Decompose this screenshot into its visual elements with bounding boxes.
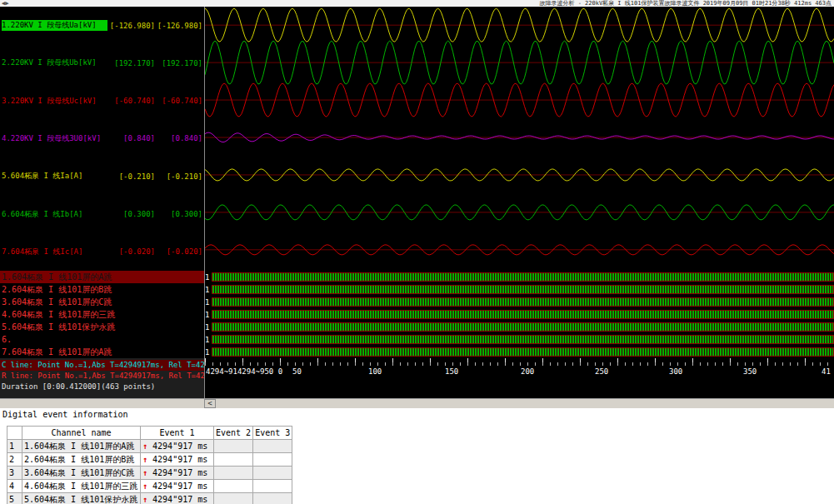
digital-channel-row[interactable]: 5.604柘泉 I 线101保护永跳 — [0, 321, 204, 333]
scroll-left-button[interactable]: < — [204, 399, 216, 408]
event-table-cell: 1.604柘泉 I 线101屏的A跳 — [22, 440, 141, 453]
digital-state-value: 1 — [205, 348, 212, 357]
digital-channel-row[interactable]: 1.604柘泉 I 线101屏的A跳 — [0, 271, 204, 283]
cursor-c-value: [0.300] — [107, 210, 155, 218]
event-table-cell: ↑ 4294"917 ms — [141, 467, 214, 480]
event-table-cell: 2.604柘泉 I 线101屏的B跳 — [22, 453, 141, 467]
event-table-cell — [253, 480, 292, 493]
digital-channel-row[interactable]: 6. — [0, 333, 204, 346]
digital-event-table: Channel nameEvent 1Event 2Event 311.604柘… — [7, 426, 292, 504]
event-time: 4294"917 ms — [147, 468, 207, 477]
analog-channel-label: 3.220KV I 段母线Uc[kV] — [2, 96, 107, 107]
event-table-header: Event 2 — [214, 427, 253, 440]
event-table-cell — [214, 493, 253, 504]
event-table-row[interactable]: 22.604柘泉 I 线101屏的B跳↑ 4294"917 ms — [7, 453, 292, 467]
analog-channel-row[interactable]: 1.220KV I 段母线Ua[kV][-126.980][-126.980] — [0, 7, 204, 44]
event-table-cell: 3 — [7, 467, 22, 480]
analog-channel-row[interactable]: 4.220KV I 段母线3U0[kV][0.840][0.840] — [0, 120, 204, 157]
time-axis[interactable]: 4294~914294~950 05010015020025030035041 — [204, 358, 834, 398]
cursor-c-status: C line: Point No.=1,Abs T=4294917ms, Rel… — [0, 360, 204, 371]
axis-tick-label: 50 — [292, 367, 302, 376]
window-title: 故障录波分析 - 220kV柘泉 I 线101保护装置故障录波文件 2019年0… — [8, 0, 834, 7]
analog-channel-row[interactable]: 3.220KV I 段母线Uc[kV][-60.740][-60.740] — [0, 82, 204, 120]
analog-channel-list: 1.220KV I 段母线Ua[kV][-126.980][-126.980]2… — [0, 7, 204, 271]
axis-tick-label: 250 — [595, 367, 608, 376]
cursor-r-value: [-0.210] — [155, 172, 202, 181]
analog-channel-row[interactable]: 2.220KV I 段母线Ub[kV][192.170][192.170] — [0, 44, 204, 82]
digital-state-bar — [212, 310, 834, 319]
event-table-cell — [214, 480, 253, 493]
axis-tick-label: 300 — [669, 367, 682, 376]
event-table-cell — [253, 440, 292, 453]
digital-state-bar — [212, 272, 834, 282]
duration-status: Duration [0:00.412000](463 points) — [0, 382, 204, 392]
axis-tick-label: 200 — [521, 367, 534, 376]
cursor-r-value: [-60.740] — [155, 97, 202, 105]
digital-state-bar — [212, 322, 834, 332]
axis-tick-label: 100 — [368, 367, 382, 376]
digital-bar-row[interactable]: 1 — [205, 283, 834, 296]
analog-channel-row[interactable]: 6.604柘泉 I 线Ib[A][0.300][0.300] — [0, 195, 204, 232]
digital-state-bar — [212, 285, 834, 294]
event-table-cell: 1 — [7, 440, 22, 453]
event-table-row[interactable]: 55.604柘泉 I 线101保护永跳↑ 4294"917 ms — [7, 493, 292, 504]
analog-waveform-plot[interactable] — [204, 7, 834, 271]
event-table-cell — [253, 453, 292, 467]
event-section-title: Digital event information — [0, 408, 834, 419]
analog-channel-row[interactable]: 5.604柘泉 I 线Ia[A][-0.210][-0.210] — [0, 157, 204, 195]
digital-state-value: 1 — [205, 323, 212, 332]
analog-channel-label: 6.604柘泉 I 线Ib[A] — [2, 209, 107, 220]
digital-channel-row[interactable]: 2.604柘泉 I 线101屏的B跳 — [0, 283, 204, 296]
event-time: 4294"917 ms — [147, 455, 207, 464]
digital-bar-row[interactable]: 1 — [205, 308, 834, 321]
event-table-cell — [214, 467, 253, 480]
event-table-cell — [214, 453, 253, 467]
event-table-cell: 2 — [7, 453, 22, 467]
digital-state-value: 1 — [205, 336, 212, 344]
digital-channel-row[interactable]: 3.604柘泉 I 线101屏的C跳 — [0, 296, 204, 308]
analog-channel-row[interactable]: 7.604柘泉 I 线Ic[A][-0.020][-0.020] — [0, 233, 204, 271]
event-table-cell: 3.604柘泉 I 线101屏的C跳 — [22, 467, 141, 480]
digital-bar-row[interactable]: 1 — [205, 271, 834, 283]
titlebar-nav-arrows-icon[interactable]: ◀▶ — [0, 0, 8, 7]
digital-state-value: 1 — [205, 298, 212, 307]
digital-channel-row[interactable]: 4.604柘泉 I 线101屏的三跳 — [0, 308, 204, 321]
event-time: 4294"917 ms — [147, 495, 207, 504]
digital-channel-row[interactable]: 7.604柘泉 I 线101屏的A跳 — [0, 346, 204, 358]
analog-channel-label: 2.220KV I 段母线Ub[kV] — [2, 57, 107, 68]
time-axis-labels: 4294~914294~950 05010015020025030035041 — [205, 367, 834, 379]
cursor-c-value: [-0.020] — [107, 247, 155, 256]
cursor-c-value: [192.170] — [107, 59, 155, 67]
event-table-cell: ↑ 4294"917 ms — [141, 493, 214, 504]
minor-tick-ruler — [205, 362, 834, 366]
axis-tick-label: 150 — [445, 367, 458, 376]
event-table-cell: 4.604柘泉 I 线101屏的三跳 — [22, 480, 141, 493]
cursor-c-value: [-0.210] — [107, 172, 155, 181]
digital-bar-row[interactable]: 1 — [205, 296, 834, 308]
event-time: 4294"917 ms — [147, 482, 207, 491]
event-table-header: Channel name — [22, 427, 141, 440]
event-table-cell: ↑ 4294"917 ms — [141, 480, 214, 493]
event-table-row[interactable]: 33.604柘泉 I 线101屏的C跳↑ 4294"917 ms — [7, 467, 292, 480]
digital-state-value: 1 — [205, 286, 212, 294]
event-table-header: Event 1 — [141, 427, 214, 440]
event-table-header-row: Channel nameEvent 1Event 2Event 3 — [7, 427, 292, 440]
event-table-cell: 4 — [7, 480, 22, 493]
digital-waveform-plot[interactable]: 1111111 — [204, 271, 834, 358]
analog-channel-label: 4.220KV I 段母线3U0[kV] — [2, 133, 107, 144]
event-table-cell: 5 — [7, 493, 22, 504]
cursor-r-value: [192.170] — [155, 59, 202, 67]
analog-channel-label: 5.604柘泉 I 线Ia[A] — [2, 171, 107, 182]
digital-bar-row[interactable]: 1 — [205, 321, 834, 333]
event-table-row[interactable]: 11.604柘泉 I 线101屏的A跳↑ 4294"917 ms — [7, 440, 292, 453]
digital-bar-row[interactable]: 1 — [205, 333, 834, 346]
horizontal-scrollbar[interactable]: < — [0, 398, 834, 408]
event-table-header: Event 3 — [253, 427, 292, 440]
digital-state-bar — [212, 335, 834, 344]
event-table-cell — [214, 440, 253, 453]
cursor-r-value: [-126.980] — [155, 22, 202, 30]
event-table-row[interactable]: 44.604柘泉 I 线101屏的三跳↑ 4294"917 ms — [7, 480, 292, 493]
event-table-cell: ↑ 4294"917 ms — [141, 440, 214, 453]
digital-channel-list: 1.604柘泉 I 线101屏的A跳2.604柘泉 I 线101屏的B跳3.60… — [0, 271, 204, 358]
digital-bar-row[interactable]: 1 — [205, 346, 834, 358]
